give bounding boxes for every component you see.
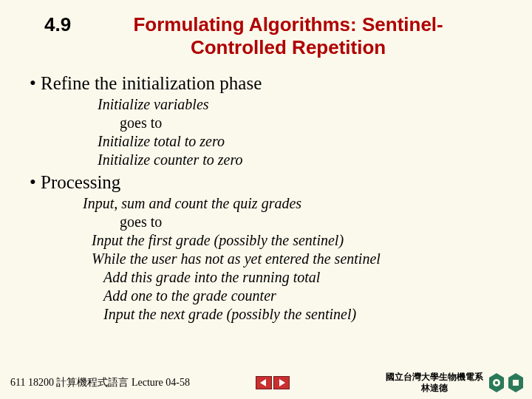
section-number: 4.9 bbox=[44, 13, 71, 36]
triangle-left-icon bbox=[259, 378, 268, 387]
slide-body: Refine the initialization phase Initiali… bbox=[0, 66, 532, 324]
prev-button[interactable] bbox=[256, 376, 272, 389]
pseudo-while: While the user has not as yet entered th… bbox=[92, 250, 502, 268]
affil-line1: 國立台灣大學生物機電系 bbox=[386, 372, 483, 382]
pseudo-add-total: Add this grade into the running total bbox=[103, 268, 502, 287]
pseudo-init-vars: Initialize variables bbox=[98, 95, 502, 114]
pseudo-input-first: Input the first grade (possibly the sent… bbox=[92, 231, 502, 250]
hex-icon bbox=[507, 372, 525, 393]
gear-icon bbox=[488, 372, 505, 393]
slide-title: Formulating Algorithms: Sentinel-Control… bbox=[89, 13, 502, 58]
svg-rect-6 bbox=[513, 380, 519, 386]
svg-marker-0 bbox=[260, 379, 266, 386]
footer-right: 國立台灣大學生物機電系 林達德 bbox=[386, 372, 525, 393]
goes-to-1: goes to bbox=[120, 114, 502, 132]
next-button[interactable] bbox=[273, 376, 290, 389]
slide-footer: 611 18200 計算機程式語言 Lecture 04-58 國立台灣大學生物… bbox=[0, 372, 532, 393]
pseudo-add-counter: Add one to the grade counter bbox=[103, 287, 502, 305]
logo-badges bbox=[488, 372, 525, 393]
affil-line2: 林達德 bbox=[386, 383, 483, 393]
pseudo-init-total: Initialize total to zero bbox=[98, 132, 502, 151]
svg-point-4 bbox=[495, 381, 498, 383]
bullet-refine: Refine the initialization phase bbox=[30, 73, 502, 94]
pseudo-input-sum: Input, sum and count the quiz grades bbox=[83, 194, 502, 213]
goes-to-2: goes to bbox=[120, 213, 502, 231]
pseudo-init-counter: Initialize counter to zero bbox=[98, 151, 502, 169]
nav-buttons bbox=[256, 376, 290, 389]
slide-header: 4.9 Formulating Algorithms: Sentinel-Con… bbox=[0, 0, 532, 66]
bullet-processing: Processing bbox=[30, 172, 502, 193]
footer-left-text: 611 18200 計算機程式語言 Lecture 04-58 bbox=[10, 376, 190, 389]
affiliation: 國立台灣大學生物機電系 林達德 bbox=[386, 372, 483, 393]
pseudo-input-next: Input the next grade (possibly the senti… bbox=[103, 305, 502, 324]
triangle-right-icon bbox=[277, 378, 286, 387]
svg-marker-1 bbox=[279, 379, 285, 386]
